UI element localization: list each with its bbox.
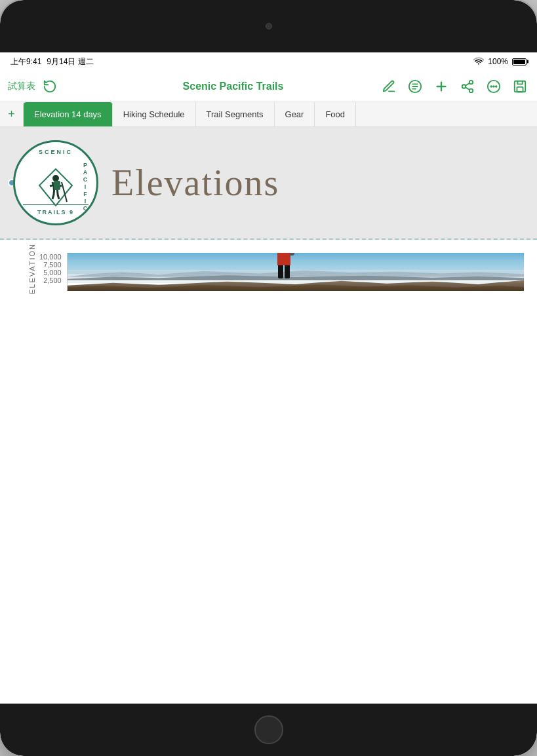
svg-point-3 [469, 80, 473, 84]
y-label-10000: 10,000 [39, 253, 62, 261]
svg-point-15 [52, 175, 59, 181]
battery-icon [512, 58, 527, 66]
svg-rect-13 [517, 86, 523, 91]
home-button[interactable] [254, 715, 283, 744]
screen: 上午9:41 9月14日 週二 100% [0, 52, 537, 704]
sheet-content: SCENIC PACIFIC [0, 127, 537, 704]
hiker-leg-right [285, 265, 290, 278]
chart-area: ELEVATION 10,000 7,500 5,000 2,500 [0, 240, 537, 297]
svg-point-4 [462, 85, 466, 88]
svg-line-7 [466, 83, 469, 85]
status-bar: 上午9:41 9月14日 週二 100% [0, 52, 537, 71]
logo: SCENIC PACIFIC [13, 140, 98, 225]
logo-divider [23, 204, 88, 206]
save-icon[interactable] [511, 77, 529, 96]
pencil-icon[interactable] [380, 77, 398, 96]
tab-hiking[interactable]: Hiking Schedule [113, 102, 196, 126]
status-date: 9月14日 週二 [47, 56, 93, 67]
svg-point-10 [490, 86, 492, 87]
y-label-7500: 7,500 [39, 261, 62, 269]
chart-image-area [67, 253, 524, 291]
tabs-bar: + Elevation 14 days Hiking Schedule Trai… [0, 102, 537, 127]
wifi-icon [473, 57, 484, 67]
toolbar-right [380, 77, 529, 96]
logo-top-text: SCENIC [39, 149, 73, 155]
undo-button[interactable] [41, 77, 59, 96]
status-left: 上午9:41 9月14日 週二 [10, 56, 94, 67]
hiker-backpack [289, 253, 294, 255]
doc-header: SCENIC PACIFIC [0, 127, 537, 240]
y-label-2500: 2,500 [39, 276, 62, 284]
share-icon[interactable] [458, 77, 477, 96]
hiker-leg-left [278, 265, 283, 278]
y-label-5000: 5,000 [39, 269, 62, 276]
y-axis-label: ELEVATION [28, 243, 36, 294]
status-right: 100% [473, 57, 527, 67]
ipad-frame: 上午9:41 9月14日 週二 100% [0, 0, 537, 756]
svg-rect-17 [54, 181, 60, 190]
status-time: 上午9:41 [10, 56, 41, 67]
y-axis-labels: 10,000 7,500 5,000 2,500 [39, 253, 62, 291]
hiker-body [277, 253, 290, 265]
document-heading: Elevations [111, 162, 279, 204]
hiker-legs [278, 265, 290, 278]
svg-point-11 [496, 86, 497, 87]
document-title: Scenic Pacific Trails [183, 81, 284, 92]
mountain-photo [68, 253, 524, 291]
svg-line-6 [466, 87, 469, 90]
svg-point-5 [469, 88, 473, 92]
logo-bottom-text: TRAILS 9 [37, 209, 74, 216]
sort-icon[interactable] [406, 77, 424, 96]
bottom-bezel [0, 704, 537, 756]
logo-hiker-icon [38, 168, 74, 210]
add-tab-button[interactable]: + [0, 102, 24, 126]
toolbar: 試算表 Scenic Pacific Trails [0, 71, 537, 102]
front-camera [266, 23, 272, 29]
hiker-figure [277, 253, 290, 278]
document-page: SCENIC PACIFIC [0, 127, 537, 704]
tab-food[interactable]: Food [315, 102, 356, 126]
toolbar-left: 試算表 [8, 77, 87, 96]
tab-gear[interactable]: Gear [275, 102, 315, 126]
tab-segments[interactable]: Trail Segments [196, 102, 275, 126]
svg-point-9 [493, 86, 494, 87]
battery-percent: 100% [488, 57, 508, 66]
top-bezel [0, 0, 537, 52]
tab-elevation[interactable]: Elevation 14 days [24, 102, 113, 126]
chart-with-image: 10,000 7,500 5,000 2,500 [39, 253, 524, 291]
more-icon[interactable] [485, 77, 503, 96]
toolbar-center: Scenic Pacific Trails [92, 81, 374, 92]
back-button[interactable]: 試算表 [8, 81, 35, 92]
add-sheet-icon[interactable] [432, 77, 450, 96]
